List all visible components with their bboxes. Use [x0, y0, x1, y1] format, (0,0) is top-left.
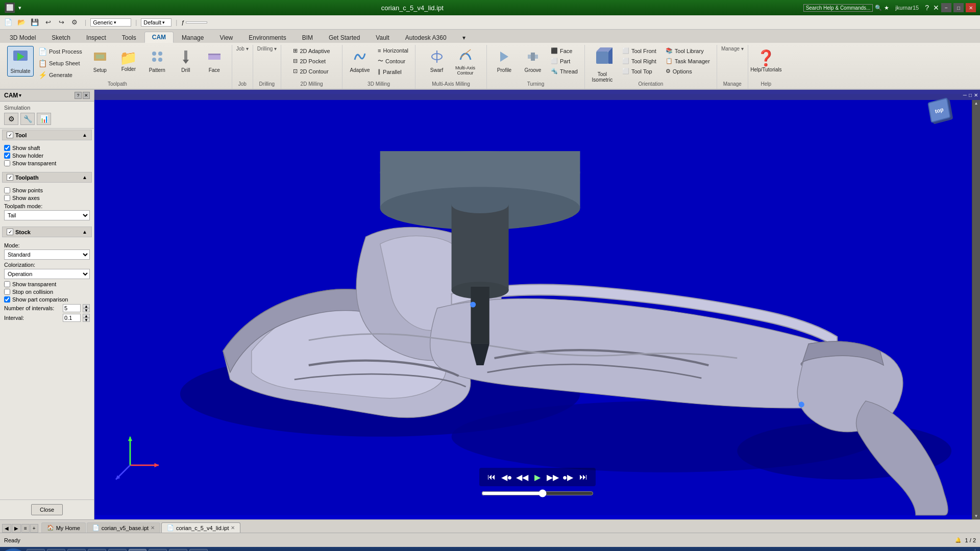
- tab-vault[interactable]: Vault: [368, 32, 397, 43]
- panel-dropdown[interactable]: CAM ▾: [4, 92, 21, 99]
- tab-nav-right[interactable]: ▶: [12, 524, 21, 533]
- tab-my-home[interactable]: 🏠 My Home: [41, 522, 86, 533]
- colorization-select[interactable]: Operation Tool Feed Rate: [4, 269, 90, 279]
- interval-down[interactable]: ▼: [83, 318, 90, 322]
- workspace-selector[interactable]: Generic ▾: [90, 18, 131, 27]
- navigation-cube[interactable]: top: [929, 100, 960, 131]
- cube-label[interactable]: top: [927, 97, 951, 123]
- taskbar-app-inventor[interactable]: 🔧: [129, 549, 146, 551]
- 2d-pocket-button[interactable]: ⊟ 2D Pocket: [290, 56, 332, 66]
- taskbar-app-vlc[interactable]: 🎬: [169, 549, 187, 551]
- thread-button[interactable]: 🔩 Thread: [548, 66, 580, 76]
- tool-check[interactable]: ✓: [7, 132, 13, 138]
- taskbar-show-desktop[interactable]: 🖥: [27, 549, 45, 551]
- panel-help-btn[interactable]: ?: [75, 92, 82, 99]
- tab-tools[interactable]: Tools: [114, 32, 144, 43]
- maximize-button[interactable]: □: [953, 3, 964, 12]
- task-manager-button[interactable]: 📋 Task Manager: [663, 56, 713, 66]
- formula-input[interactable]: [186, 21, 207, 23]
- start-button[interactable]: [2, 548, 24, 551]
- sim-icon-2[interactable]: 🔧: [20, 113, 35, 125]
- close-panel-button[interactable]: Close: [31, 504, 63, 515]
- tab-environments[interactable]: Environments: [241, 32, 293, 43]
- playback-next-btn[interactable]: ▶▶: [547, 471, 559, 483]
- simulate-button[interactable]: Simulate: [7, 46, 34, 77]
- tab-nav-left[interactable]: ◀: [2, 524, 11, 533]
- playback-next-step-btn[interactable]: ●▶: [562, 471, 574, 483]
- qa-redo[interactable]: ↪: [55, 17, 67, 28]
- close-button[interactable]: ✕: [966, 3, 976, 12]
- generate-button[interactable]: ⚡ Generate: [36, 69, 85, 81]
- taskbar-app-explorer[interactable]: 📁: [47, 549, 65, 551]
- qa-settings[interactable]: ⚙: [68, 17, 81, 28]
- adaptive-button[interactable]: Adaptive: [347, 46, 373, 77]
- scroll-up-btn[interactable]: ▲: [974, 101, 978, 106]
- tool-front-button[interactable]: ⬜ Tool Front: [620, 46, 659, 56]
- num-intervals-input[interactable]: [63, 304, 81, 312]
- stock-check[interactable]: ✓: [7, 229, 13, 235]
- tab-a360[interactable]: Autodesk A360: [398, 32, 454, 43]
- tab-cam[interactable]: CAM: [144, 32, 174, 43]
- taskbar-app-chrome[interactable]: 🌐: [88, 549, 106, 551]
- setup-sheet-button[interactable]: 📋 Setup Sheet: [36, 58, 85, 69]
- workspace-dropdown-icon[interactable]: ▾: [114, 20, 116, 25]
- horizontal-button[interactable]: ≡ Horizontal: [375, 46, 411, 55]
- toolpath-mode-select[interactable]: Tail None Worm Full: [4, 210, 90, 220]
- tab-more[interactable]: ▾: [455, 32, 473, 43]
- drilling-dropdown-icon[interactable]: Drilling ▾: [257, 46, 277, 52]
- show-points-checkbox[interactable]: [4, 187, 10, 193]
- folder-button[interactable]: 📁 Folder: [115, 46, 142, 77]
- help-icon[interactable]: ?: [925, 4, 929, 12]
- profile-button[interactable]: Profile: [491, 46, 518, 77]
- sim-icon-3[interactable]: 📊: [37, 113, 51, 125]
- toolpath-section-header[interactable]: ✓ Toolpath ▲: [2, 172, 92, 183]
- 2d-contour-button[interactable]: ⊡ 2D Contour: [290, 66, 332, 76]
- playback-prev-step-btn[interactable]: ◀●: [501, 471, 513, 483]
- style-selector[interactable]: Default ▾: [141, 18, 172, 27]
- tray-show-desktop-btn[interactable]: [975, 549, 978, 551]
- tab-list-btn[interactable]: ≡: [21, 524, 30, 533]
- toolpath-check[interactable]: ✓: [7, 174, 13, 181]
- tool-section-header[interactable]: ✓ Tool ▲: [2, 130, 92, 140]
- num-intervals-down[interactable]: ▼: [83, 308, 90, 312]
- stop-collision-checkbox[interactable]: [4, 289, 10, 295]
- face-button[interactable]: Face: [201, 46, 228, 77]
- close-app-icon[interactable]: ✕: [933, 4, 939, 12]
- playback-slider[interactable]: [481, 489, 594, 497]
- sim-icon-1[interactable]: ⚙: [4, 113, 18, 125]
- tab-get-started[interactable]: Get Started: [321, 32, 368, 43]
- tool-right-button[interactable]: ⬜ Tool Right: [620, 56, 659, 66]
- qa-new[interactable]: 📄: [2, 17, 14, 28]
- playback-play-btn[interactable]: ▶: [531, 471, 544, 483]
- contour-button[interactable]: 〜 Contour: [375, 56, 411, 66]
- tab-base-close[interactable]: ✕: [151, 525, 155, 531]
- swarf-button[interactable]: Swarf: [424, 46, 450, 77]
- search-box[interactable]: Search Help & Commands...: [803, 4, 873, 12]
- face-turning-button[interactable]: ⬛ Face: [548, 46, 580, 56]
- playback-first-btn[interactable]: ⏮: [485, 471, 498, 483]
- taskbar-app-outlook[interactable]: 📧: [108, 549, 127, 551]
- stock-section-header[interactable]: ✓ Stock ▲: [2, 227, 92, 237]
- parallel-button[interactable]: ∥ Parallel: [375, 67, 411, 77]
- search-icon[interactable]: 🔍: [875, 5, 882, 11]
- job-dropdown-icon[interactable]: Job ▾: [236, 46, 249, 52]
- playback-prev-btn[interactable]: ◀◀: [516, 471, 528, 483]
- tab-bim[interactable]: BIM: [295, 32, 321, 43]
- qa-open[interactable]: 📂: [15, 17, 28, 28]
- panel-close-btn[interactable]: ✕: [83, 92, 90, 99]
- part-button[interactable]: ⬜ Part: [548, 56, 580, 66]
- tab-manage[interactable]: Manage: [174, 32, 211, 43]
- 2d-adaptive-button[interactable]: ⊞ 2D Adaptive: [290, 46, 332, 56]
- pattern-button[interactable]: Pattern: [144, 46, 170, 77]
- show-axes-checkbox[interactable]: [4, 195, 10, 201]
- viewport-minimize-btn[interactable]: ─: [963, 92, 967, 98]
- stock-mode-select[interactable]: Standard Solid None: [4, 249, 90, 260]
- setup-button[interactable]: Setup: [87, 46, 113, 77]
- interval-input[interactable]: [63, 314, 81, 322]
- groove-button[interactable]: Groove: [520, 46, 546, 77]
- tool-top-button[interactable]: ⬜ Tool Top: [620, 66, 659, 76]
- qa-save[interactable]: 💾: [29, 17, 41, 28]
- tab-lid-close[interactable]: ✕: [231, 525, 235, 531]
- post-process-button[interactable]: 📄 Post Process: [36, 46, 85, 57]
- show-transparent-checkbox[interactable]: [4, 160, 10, 166]
